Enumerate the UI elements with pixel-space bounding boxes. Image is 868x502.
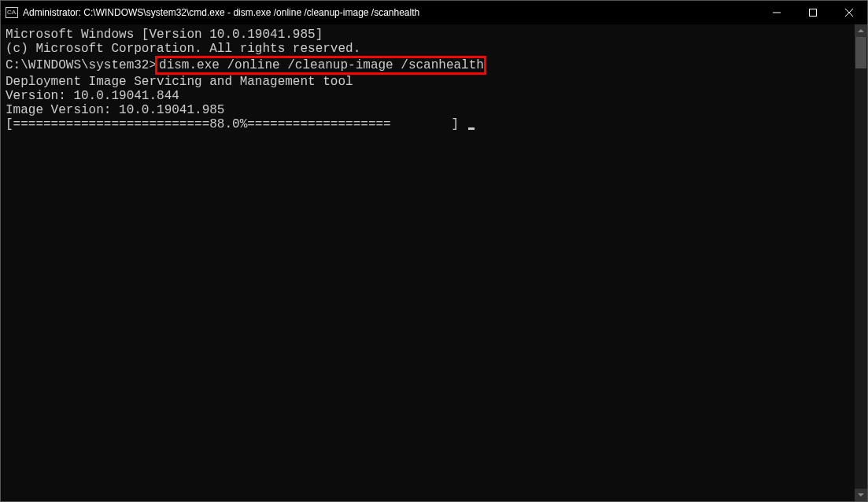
terminal-area: Microsoft Windows [Version 10.0.19041.98… — [1, 24, 867, 501]
scroll-down-button[interactable] — [855, 489, 867, 501]
scroll-thumb[interactable] — [855, 37, 866, 68]
svg-rect-1 — [810, 9, 817, 17]
output-line: (c) Microsoft Corporation. All rights re… — [6, 42, 850, 56]
maximize-button[interactable] — [795, 1, 831, 24]
output-line: Version: 10.0.19041.844 — [6, 89, 850, 103]
cmd-window: CA. Administrator: C:\WINDOWS\system32\c… — [0, 0, 868, 502]
output-line: Deployment Image Servicing and Managemen… — [6, 75, 850, 89]
scroll-track[interactable] — [855, 37, 867, 489]
minimize-button[interactable] — [759, 1, 795, 24]
cursor-icon — [468, 127, 475, 130]
window-title: Administrator: C:\WINDOWS\system32\cmd.e… — [23, 7, 759, 18]
vertical-scrollbar[interactable] — [855, 24, 867, 501]
svg-marker-4 — [858, 29, 864, 32]
progress-bar-text: [==========================88.0%========… — [6, 117, 467, 131]
svg-marker-5 — [858, 493, 864, 496]
terminal-output[interactable]: Microsoft Windows [Version 10.0.19041.98… — [1, 24, 855, 501]
command-highlight: dism.exe /online /cleanup-image /scanhea… — [155, 56, 486, 75]
output-line: Image Version: 10.0.19041.985 — [6, 103, 850, 117]
titlebar[interactable]: CA. Administrator: C:\WINDOWS\system32\c… — [1, 1, 867, 24]
close-button[interactable] — [831, 1, 867, 24]
window-controls — [759, 1, 867, 24]
output-line: Microsoft Windows [Version 10.0.19041.98… — [6, 28, 850, 42]
prompt-text: C:\WINDOWS\system32> — [6, 58, 157, 72]
cmd-icon: CA. — [6, 7, 18, 18]
command-text: dism.exe /online /cleanup-image /scanhea… — [159, 58, 484, 72]
progress-line: [==========================88.0%========… — [6, 117, 850, 131]
scroll-up-button[interactable] — [855, 24, 867, 37]
prompt-line: C:\WINDOWS\system32>dism.exe /online /cl… — [6, 56, 850, 75]
